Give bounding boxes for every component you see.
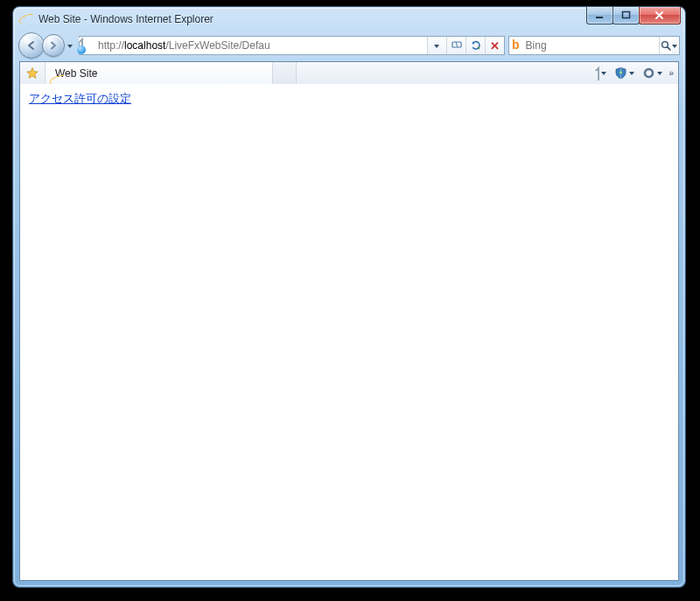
- recent-pages-dropdown[interactable]: [66, 36, 75, 55]
- chevron-down-icon: [601, 70, 607, 76]
- maximize-button[interactable]: [612, 7, 640, 24]
- overflow-button[interactable]: »: [668, 68, 675, 78]
- titlebar[interactable]: Web Site - Windows Internet Explorer: [13, 7, 685, 31]
- star-icon: [25, 66, 39, 80]
- svg-point-5: [620, 71, 622, 73]
- forward-button[interactable]: [42, 34, 65, 57]
- close-button[interactable]: [639, 7, 681, 24]
- page-icon: [598, 67, 599, 80]
- search-provider-dropdown[interactable]: [672, 37, 679, 54]
- shield-icon: [614, 66, 627, 80]
- tools-menu-button[interactable]: [640, 65, 666, 81]
- chevron-down-icon: [434, 43, 440, 49]
- tab-active[interactable]: Web Site: [46, 62, 273, 84]
- minimize-button[interactable]: [586, 7, 613, 24]
- safety-menu-button[interactable]: [612, 65, 638, 81]
- stop-button[interactable]: ✕: [485, 37, 504, 54]
- back-arrow-icon: [26, 40, 37, 51]
- search-input[interactable]: [524, 38, 659, 52]
- bing-icon: b: [512, 38, 521, 52]
- page-icon: [81, 38, 95, 52]
- address-dropdown-button[interactable]: [427, 37, 446, 54]
- search-go-button[interactable]: [659, 37, 672, 54]
- svg-rect-1: [623, 12, 630, 18]
- search-icon: [660, 39, 672, 52]
- chevron-down-icon: [672, 43, 678, 49]
- command-bar: »: [595, 62, 678, 84]
- navigation-toolbar: http://localhost/LiveFxWebSite/Defau ✕ b: [18, 31, 680, 59]
- compatibility-view-icon: [451, 39, 463, 52]
- new-tab-button[interactable]: [273, 62, 297, 84]
- address-url[interactable]: http://localhost/LiveFxWebSite/Defau: [98, 39, 427, 52]
- tab-bar: Web Site »: [20, 62, 678, 85]
- favorites-button[interactable]: [20, 62, 46, 84]
- gear-icon: [642, 66, 655, 80]
- svg-line-4: [667, 47, 669, 50]
- access-permission-settings-link[interactable]: アクセス許可の設定: [29, 92, 131, 105]
- compatibility-view-button[interactable]: [446, 37, 466, 54]
- chevron-down-icon: [657, 70, 663, 76]
- svg-point-7: [648, 72, 650, 74]
- forward-arrow-icon: [49, 41, 58, 50]
- chevron-down-icon: [67, 43, 74, 49]
- ie-icon: [20, 12, 34, 26]
- chevron-down-icon: [629, 70, 635, 76]
- stop-icon: ✕: [490, 40, 500, 52]
- search-bar[interactable]: b: [508, 36, 680, 55]
- page-menu-button[interactable]: [595, 66, 610, 81]
- address-bar[interactable]: http://localhost/LiveFxWebSite/Defau ✕: [79, 36, 505, 55]
- window-title: Web Site - Windows Internet Explorer: [38, 13, 680, 25]
- back-button[interactable]: [18, 32, 45, 59]
- page-content: アクセス許可の設定: [20, 84, 678, 580]
- refresh-icon: [470, 39, 482, 52]
- client-area: Web Site »: [19, 61, 679, 581]
- svg-rect-0: [596, 17, 603, 18]
- refresh-button[interactable]: [466, 37, 485, 54]
- browser-window: Web Site - Windows Internet Explorer: [12, 6, 686, 588]
